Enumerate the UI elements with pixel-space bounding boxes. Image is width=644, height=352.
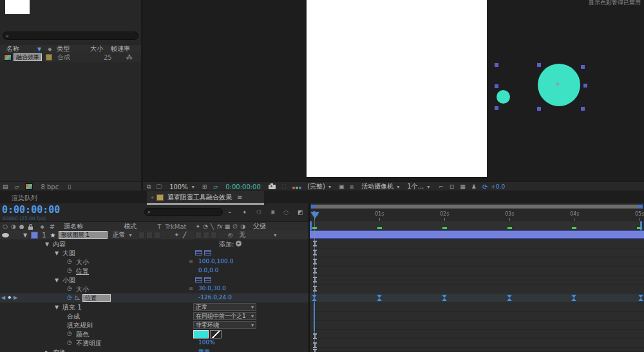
- shy-layers-icon[interactable]: ⚆: [256, 209, 261, 216]
- prop-row-color[interactable]: ◷ 颜色: [0, 329, 310, 338]
- fast-previews-icon[interactable]: ⊡: [450, 183, 455, 190]
- prop-label[interactable]: 内容: [53, 240, 66, 249]
- prop-row-size[interactable]: ◷ 大小 ∞ 100.0,100.0: [0, 257, 310, 266]
- column-source-name[interactable]: 源名称: [64, 222, 83, 231]
- fill-color-swatch[interactable]: [193, 330, 209, 338]
- playhead[interactable]: [310, 212, 319, 219]
- ruler-grid-icon[interactable]: ⊞: [202, 183, 207, 190]
- layer-mode-select[interactable]: 正常: [113, 230, 126, 239]
- trkmat-cell[interactable]: [138, 232, 145, 239]
- time-ruler[interactable]: 0s 01s 02s 03s 04s 05s: [310, 209, 644, 222]
- prop-label[interactable]: 大小: [76, 285, 89, 294]
- keyframe[interactable]: [507, 295, 513, 301]
- keyframe[interactable]: [442, 295, 448, 301]
- bit-depth-label[interactable]: 8 bpc: [41, 183, 59, 190]
- column-name[interactable]: 名称: [6, 44, 19, 53]
- prop-row-fill[interactable]: ▼ 填充 1 正常▾: [0, 302, 310, 311]
- region-of-interest-icon[interactable]: ▣: [339, 183, 345, 190]
- parent-dropdown-icon[interactable]: ▾: [274, 232, 276, 238]
- work-area-bar[interactable]: [310, 221, 644, 230]
- prop-row-composite[interactable]: 合成 在同组中前一个之1▾: [0, 311, 310, 320]
- prop-row-position-small[interactable]: ◀ ◆ ▶ ◷ ◺ 位置 -126.0,24.0: [0, 293, 310, 302]
- keyframe[interactable]: [312, 295, 317, 301]
- twirl-icon[interactable]: ▼: [55, 277, 59, 283]
- flowchart-icon[interactable]: ♟: [471, 183, 477, 190]
- prop-label[interactable]: 合成: [67, 312, 80, 321]
- viewer-timecode[interactable]: 0:00:00:00: [225, 183, 261, 190]
- selection-handle[interactable]: [581, 65, 585, 69]
- keyframe[interactable]: [377, 295, 383, 301]
- twirl-icon[interactable]: ▼: [45, 241, 49, 247]
- project-search-input[interactable]: ⌕: [3, 32, 138, 40]
- transparency-grid-icon[interactable]: ⧈: [350, 183, 354, 190]
- prop-row-opacity[interactable]: ◷ 不透明度 100%: [0, 338, 310, 347]
- library-icon[interactable]: ▤: [3, 183, 8, 190]
- selection-handle[interactable]: [537, 107, 541, 111]
- prop-label[interactable]: 颜色: [76, 330, 89, 339]
- layer-twirl-icon[interactable]: ▼: [23, 232, 27, 238]
- label-color-swatch[interactable]: [46, 54, 52, 60]
- next-keyframe-icon[interactable]: ▶: [14, 295, 17, 301]
- tab-render-queue[interactable]: 渲染队列: [12, 194, 37, 203]
- current-timecode[interactable]: 0:00:00:00: [2, 204, 60, 216]
- selection-handle[interactable]: [537, 63, 541, 67]
- selection-handle[interactable]: [581, 107, 585, 111]
- layer-label-color[interactable]: [31, 232, 38, 239]
- mask-visibility-icon[interactable]: ▱: [213, 183, 218, 190]
- switch-cell[interactable]: [203, 232, 209, 239]
- selection-handle[interactable]: [495, 106, 498, 110]
- label-column-icon[interactable]: ◆: [48, 46, 52, 52]
- tab-active-composition[interactable]: ◂ 遮罩阻塞工具融合效果 ≡: [147, 191, 264, 205]
- view-select[interactable]: 活动摄像机: [361, 182, 393, 191]
- stopwatch-active-icon[interactable]: ◷: [67, 294, 72, 301]
- stopwatch-icon[interactable]: ◷: [67, 330, 72, 337]
- prop-label[interactable]: 位置: [76, 267, 89, 276]
- project-item-name[interactable]: 融合效果: [14, 53, 42, 61]
- column-mode[interactable]: 模式: [124, 222, 137, 231]
- timeline-h-scrollbar[interactable]: [311, 205, 643, 208]
- twirl-icon[interactable]: ▼: [55, 250, 59, 256]
- panel-menu-icon[interactable]: ≡: [237, 194, 242, 201]
- work-area-start-handle[interactable]: [310, 221, 312, 230]
- draft-3d-icon[interactable]: ✦: [242, 209, 247, 216]
- channel-icon[interactable]: [292, 183, 302, 190]
- keyframe[interactable]: [571, 295, 577, 301]
- keyframe[interactable]: [638, 295, 644, 301]
- folder-icon[interactable]: ▱: [15, 183, 19, 190]
- prop-row-contents[interactable]: ▼ 内容 添加: ▸: [0, 239, 310, 248]
- trash-icon[interactable]: ▯: [68, 183, 71, 190]
- twirl-icon[interactable]: ▼: [55, 304, 59, 310]
- small-circle-shape[interactable]: [497, 90, 510, 104]
- stopwatch-icon[interactable]: ◷: [67, 285, 72, 292]
- canvas[interactable]: ❖: [307, 0, 487, 177]
- snapshot-camera-icon[interactable]: [269, 185, 276, 189]
- always-preview-icon[interactable]: ⧉: [147, 183, 151, 190]
- keyframe-indicator-icon[interactable]: ◆: [8, 295, 11, 300]
- tab-active-label[interactable]: 遮罩阻塞工具融合效果: [167, 193, 232, 202]
- layer-name-field[interactable]: 形状图层 1: [59, 231, 108, 239]
- layer-visibility-eye-icon[interactable]: [2, 233, 9, 237]
- view-layout-select[interactable]: 1个...: [407, 182, 424, 191]
- stopwatch-icon[interactable]: ◷: [67, 258, 72, 264]
- selection-handle[interactable]: [495, 63, 498, 67]
- primary-viewer-icon[interactable]: 🖵: [156, 183, 162, 190]
- column-size[interactable]: 大小: [90, 44, 103, 53]
- exposure-value[interactable]: +0.0: [491, 183, 505, 190]
- prop-label[interactable]: 不透明度: [76, 339, 102, 348]
- layer-duration-bar[interactable]: [310, 230, 644, 239]
- switch-cell[interactable]: [146, 232, 153, 239]
- prop-label[interactable]: 大小: [76, 258, 89, 267]
- pane-divider[interactable]: [308, 203, 310, 352]
- fill-rule-select[interactable]: 非零环绕▾: [193, 321, 256, 329]
- fill-blend-mode-select[interactable]: 正常▾: [193, 303, 256, 311]
- link-dimensions-icon[interactable]: ∞: [189, 285, 194, 292]
- add-button-icon[interactable]: ▸: [236, 241, 242, 246]
- parent-pickwhip-icon[interactable]: ◎: [227, 232, 232, 238]
- timeline-search-input[interactable]: ⌕: [144, 208, 223, 216]
- project-item-row[interactable]: 融合效果 合成 25 ⁂: [0, 53, 141, 62]
- motion-blur-icon[interactable]: ◌: [283, 209, 289, 216]
- group-blend-icon[interactable]: [195, 277, 202, 283]
- zoom-level[interactable]: 100%: [169, 183, 188, 190]
- scrollbar-right-handle[interactable]: [638, 205, 643, 208]
- pixel-aspect-icon[interactable]: ⌐: [439, 183, 444, 190]
